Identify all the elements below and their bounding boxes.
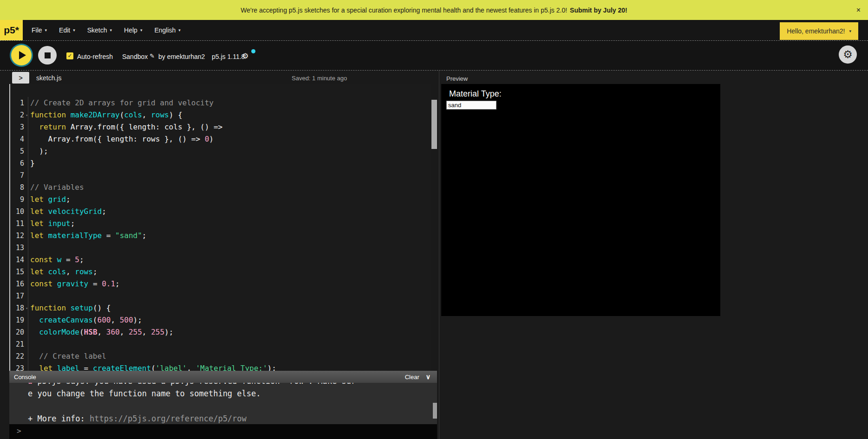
sketch-canvas[interactable]: Material Type: [441, 84, 720, 316]
chevron-down-icon: ▾ [110, 28, 112, 32]
auto-refresh-checkbox[interactable]: ✓ [66, 52, 73, 59]
line-number: 19 [10, 314, 28, 326]
line-number: 15 [10, 266, 28, 278]
preview-panel: Preview Material Type: [440, 71, 868, 439]
line-number: 22 [10, 350, 28, 362]
line-number: 13 [10, 242, 28, 254]
console-output: ✿ p5.js says: you have used a p5.js rese… [9, 383, 437, 424]
editor-scrollbar[interactable] [431, 100, 437, 149]
tab-sketch-js[interactable]: sketch.js [36, 74, 61, 82]
code-line[interactable]: 1// Create 2D arrays for grid and veloci… [10, 97, 431, 109]
console-scrollbar[interactable] [433, 403, 437, 419]
code-line[interactable]: 6} [10, 157, 431, 169]
project-name[interactable]: Sandbox [122, 53, 148, 60]
chevron-down-icon: ▾ [849, 29, 851, 33]
line-number: 12 [10, 230, 28, 242]
version-gear-icon[interactable]: ⚙ [242, 52, 248, 60]
line-number: 2▾ [10, 109, 28, 121]
console-title: Console [14, 374, 36, 381]
editor-panel: > sketch.js Saved: 1 minute ago 1// Crea… [0, 71, 439, 439]
saved-status: Saved: 1 minute ago [292, 75, 347, 82]
line-number: 8 [10, 181, 28, 194]
console-prompt[interactable]: > [9, 424, 437, 439]
toolbar: ✓ Auto-refresh Sandbox ✎ by emekturhan2 … [0, 41, 868, 71]
material-type-input[interactable] [446, 101, 496, 110]
console-clear-button[interactable]: Clear [405, 374, 419, 381]
chevron-down-icon[interactable]: ∨ [426, 373, 431, 381]
console-messages: ✿ p5.js says: you have used a p5.js rese… [9, 383, 437, 424]
p5-web-editor: We're accepting p5.js sketches for a spe… [0, 0, 868, 439]
code-line[interactable]: 8// Variables [10, 181, 431, 194]
banner-message: We're accepting p5.js sketches for a spe… [241, 6, 567, 14]
line-number: 9 [10, 194, 28, 206]
project-author[interactable]: by emekturhan2 [158, 53, 205, 60]
preview-title: Preview [446, 75, 468, 82]
line-number: 4 [10, 133, 28, 145]
code-line[interactable]: 15let cols, rows; [10, 266, 431, 278]
menu-english[interactable]: English▾ [148, 26, 186, 34]
code-line[interactable]: 7 [10, 169, 431, 181]
code-line[interactable]: 2▾function make2DArray(cols, rows) { [10, 109, 431, 121]
console-message-line: ✿ p5.js says: you have used a p5.js rese… [28, 383, 437, 387]
main-content: > sketch.js Saved: 1 minute ago 1// Crea… [0, 71, 868, 439]
announcement-banner: We're accepting p5.js sketches for a spe… [0, 0, 868, 20]
notification-dot [251, 49, 255, 53]
banner-text: We're accepting p5.js sketches for a spe… [241, 6, 627, 14]
code-line[interactable]: 17 [10, 290, 431, 302]
fold-arrow-icon[interactable]: ▾ [26, 110, 28, 122]
code-editor[interactable]: 1// Create 2D arrays for grid and veloci… [9, 84, 431, 371]
line-number: 18▾ [10, 302, 28, 314]
code-line[interactable]: 20 colorMode(HSB, 360, 255, 255); [10, 326, 431, 338]
auto-refresh-label[interactable]: Auto-refresh [77, 53, 113, 60]
code-line[interactable]: 10let velocityGrid; [10, 206, 431, 218]
line-number: 21 [10, 338, 28, 350]
line-number: 23 [10, 362, 28, 371]
line-number: 20 [10, 326, 28, 338]
line-number: 6 [10, 157, 28, 169]
code-line[interactable]: 3 return Array.from({ length: cols }, ()… [10, 121, 431, 133]
p5-version-label[interactable]: p5.js 1.11.8 [212, 53, 245, 60]
line-number: 5 [10, 145, 28, 157]
menu-help[interactable]: Help▾ [118, 26, 148, 34]
code-line[interactable]: 21 [10, 338, 431, 350]
code-line[interactable]: 22 // Create label [10, 350, 431, 362]
line-number: 16 [10, 278, 28, 290]
line-number: 14 [10, 254, 28, 266]
code-line[interactable]: 23 let label = createElement('label', 'M… [10, 362, 431, 371]
code-line[interactable]: 19 createCanvas(600, 500); [10, 314, 431, 326]
console-panel: Console Clear ∨ ✿ p5.js says: you have u… [9, 371, 437, 439]
chevron-down-icon: ▾ [73, 28, 75, 32]
menu-items: File▾Edit▾Sketch▾Help▾English▾ [26, 20, 187, 40]
code-line[interactable]: 13 [10, 242, 431, 254]
settings-button[interactable]: ⚙ [839, 45, 857, 64]
p5-logo[interactable]: p5* [0, 20, 23, 40]
account-button[interactable]: Hello, emekturhan2! ▾ [780, 22, 858, 40]
banner-cta: Submit by July 20! [570, 6, 627, 14]
close-icon[interactable]: × [856, 6, 861, 14]
console-message-line [28, 400, 437, 413]
code-line[interactable]: 14const w = 5; [10, 254, 431, 266]
code-line[interactable]: 4 Array.from({ length: rows }, () => 0) [10, 133, 431, 145]
console-header: Console Clear ∨ [9, 371, 437, 383]
sidebar-collapse-button[interactable]: > [12, 72, 29, 84]
menu-edit[interactable]: Edit▾ [53, 26, 81, 34]
play-button[interactable] [11, 45, 32, 65]
code-line[interactable]: 11let input; [10, 218, 431, 230]
console-message-line: + More info: https://p5js.org/reference/… [28, 413, 437, 424]
code-line[interactable]: 5 ); [10, 145, 431, 157]
reference-link: https://p5js.org/reference/p5/row [90, 414, 247, 423]
gear-icon: ⚙ [843, 48, 853, 61]
line-number: 17 [10, 290, 28, 302]
flower-icon: ✿ [28, 383, 37, 386]
code-line[interactable]: 16const gravity = 0.1; [10, 278, 431, 290]
play-icon [19, 51, 26, 59]
fold-arrow-icon[interactable]: ▾ [26, 303, 28, 315]
stop-button[interactable] [38, 46, 57, 65]
edit-pencil-icon[interactable]: ✎ [150, 52, 155, 59]
code-line[interactable]: 18▾function setup() { [10, 302, 431, 314]
code-line[interactable]: 12let materialType = "sand"; [10, 230, 431, 242]
code-lines: 1// Create 2D arrays for grid and veloci… [10, 84, 431, 371]
code-line[interactable]: 9let grid; [10, 194, 431, 206]
menu-file[interactable]: File▾ [26, 26, 53, 34]
menu-sketch[interactable]: Sketch▾ [81, 26, 118, 34]
